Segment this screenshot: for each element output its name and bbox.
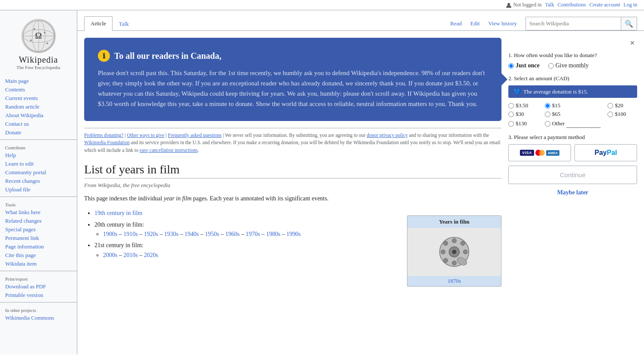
sidebar-item-wikidata-item[interactable]: Wikidata item [0,260,77,268]
give-monthly-radio[interactable] [548,63,554,69]
sidebar-item-contact-us[interactable]: Contact us [0,120,77,128]
sidebar-item-wikimedia-commons[interactable]: Wikimedia Commons [0,314,77,322]
just-once-option[interactable]: Just once [508,62,540,69]
sidebar-item-main-page[interactable]: Main page [0,77,77,85]
amount-other-radio[interactable] [545,121,550,127]
sidebar-item-page-information[interactable]: Page information [0,242,77,251]
sidebar-item-learn-to-edit[interactable]: Learn to edit [0,160,77,168]
sidebar-item-donate[interactable]: Donate [0,128,77,137]
topbar-contributions-link[interactable]: Contributions [558,2,586,8]
sidebar-item-current-events[interactable]: Current events [0,94,77,103]
amount-65-radio[interactable] [545,112,550,117]
amount-65[interactable]: $65 [545,111,601,118]
user-status: Not logged in [506,2,542,8]
amount-350[interactable]: $3.50 [508,102,538,109]
1980s-link[interactable]: 1980s [266,231,280,237]
sidebar-print-section: Print/export Download as PDF Printable v… [0,275,77,300]
sidebar-item-related-changes[interactable]: Related changes [0,217,77,225]
sidebar-item-printable-version[interactable]: Printable version [0,291,77,300]
amount-20-radio[interactable] [608,103,613,109]
tab-read[interactable]: Read [446,17,466,30]
sidebar-item-about-wikipedia[interactable]: About Wikipedia [0,111,77,120]
1910s-link[interactable]: 1910s [123,231,137,237]
sidebar-item-upload-file[interactable]: Upload file [0,185,77,194]
1940s-link[interactable]: 1940s [185,231,199,237]
sidebar-item-contents[interactable]: Contents [0,85,77,94]
paypal-button[interactable]: PayPal [574,144,637,161]
1900s-link[interactable]: 1900s [103,231,117,237]
amount-30-radio[interactable] [508,112,514,117]
search-input[interactable] [526,18,621,29]
article-content: ℹ To all our readers in Canada, Please d… [84,38,501,348]
1970s-link[interactable]: 1970s [246,231,260,237]
2010s-link[interactable]: 2010s [123,252,137,258]
19th-century-link[interactable]: 19th century in film [94,210,143,216]
sidebar-item-random-article[interactable]: Random article [0,103,77,111]
give-monthly-option[interactable]: Give monthly [548,62,589,69]
problems-donating-link[interactable]: Problems donating? [84,133,124,138]
just-once-radio[interactable] [508,63,514,69]
2000s-link[interactable]: 2000s [103,252,117,258]
continue-button[interactable]: Continue [508,166,637,184]
svg-point-13 [452,250,456,254]
amount-100-radio[interactable] [608,112,613,117]
amex-icon: AMEX [546,150,559,156]
wikipedia-logo: Ω [21,19,56,53]
tab-talk[interactable]: Talk [112,17,135,31]
maybe-later-link[interactable]: Maybe later [508,189,637,196]
sidebar-contribute-section: Contribute Help Learn to edit Community … [0,143,77,194]
tools-section-title: Tools [0,200,77,208]
other-ways-link[interactable]: Other ways to give [127,133,164,138]
sidebar-item-recent-changes[interactable]: Recent changes [0,177,77,185]
faq-link[interactable]: Frequently asked questions [168,133,222,138]
topbar-create-account-link[interactable]: Create account [589,2,620,8]
heart-icon: 💙 [513,88,521,95]
amount-350-radio[interactable] [508,103,514,109]
payment-methods: VISA AMEX PayPal [508,144,637,161]
amount-30[interactable]: $30 [508,111,538,118]
banner-arrow [501,73,507,85]
sidebar-item-permanent-link[interactable]: Permanent link [0,234,77,242]
amount-15[interactable]: $15 [545,102,601,109]
sidebar-item-help[interactable]: Help [0,151,77,160]
sidebar-item-special-pages[interactable]: Special pages [0,225,77,234]
svg-point-8 [44,32,46,33]
amount-20-label: $20 [615,102,623,109]
avg-donation-text: The average donation is $15. [523,88,588,95]
amount-100[interactable]: $100 [608,111,637,118]
user-icon [506,2,512,8]
tab-article[interactable]: Article [84,16,112,31]
search-button[interactable]: 🔍 [621,17,637,30]
article-intro: This page indexes the individual year in… [84,194,501,203]
years-box-year[interactable]: 1870s [407,276,501,286]
tab-edit[interactable]: Edit [466,17,484,30]
tab-view-history[interactable]: View history [484,17,521,30]
1930s-link[interactable]: 1930s [164,231,178,237]
amount-15-radio[interactable] [545,103,550,109]
not-logged-in-text: Not logged in [513,2,542,8]
2020s-link[interactable]: 2020s [144,252,158,258]
donor-privacy-link[interactable]: donor privacy policy [367,133,408,138]
close-button[interactable]: × [627,38,637,48]
svg-point-20 [444,258,448,263]
topbar-talk-link[interactable]: Talk [545,2,554,8]
1990s-link[interactable]: 1990s [286,231,301,237]
credit-card-button[interactable]: VISA AMEX [508,144,571,161]
average-donation-banner: 💙 The average donation is $15. [508,85,637,98]
amount-other-input[interactable] [566,119,601,128]
amount-130-radio[interactable] [508,121,514,127]
topbar-login-link[interactable]: Log in [623,2,637,8]
sidebar-item-cite-this-page[interactable]: Cite this page [0,251,77,260]
amount-130[interactable]: $130 [508,119,538,128]
sidebar-item-community-portal[interactable]: Community portal [0,168,77,177]
cancellation-link[interactable]: easy cancellation instructions [140,148,197,153]
1950s-link[interactable]: 1950s [205,231,219,237]
1960s-link[interactable]: 1960s [225,231,240,237]
wikipedia-title: Wikipedia [19,55,58,65]
sidebar-item-what-links-here[interactable]: What links here [0,208,77,217]
sidebar-item-download-pdf[interactable]: Download as PDF [0,282,77,291]
1920s-link[interactable]: 1920s [144,231,158,237]
wikimedia-foundation-link[interactable]: Wikimedia Foundation [84,140,130,145]
just-once-label: Just once [516,62,540,69]
amount-20[interactable]: $20 [608,102,637,109]
